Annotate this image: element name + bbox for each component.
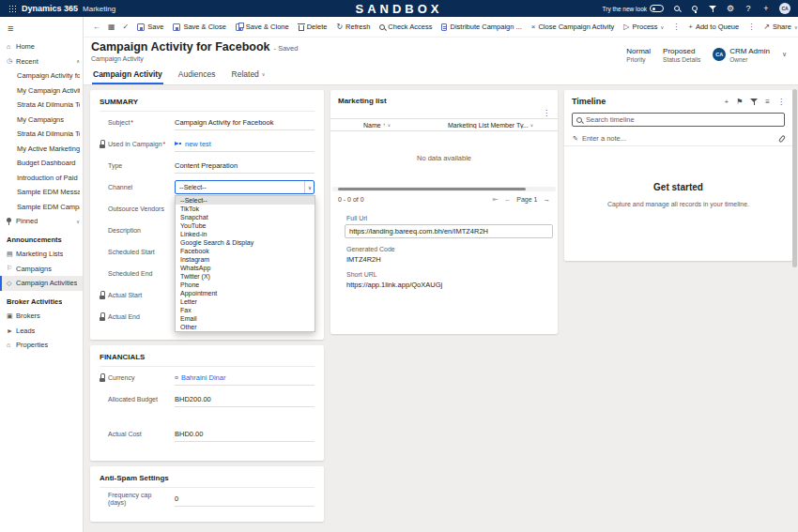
owner-field[interactable]: CA CRM Admin Owner [713, 47, 770, 63]
sidebar-item[interactable]: Introduction of Paid ... [0, 171, 83, 186]
app-title[interactable]: Dynamics 365 [22, 4, 78, 13]
field-value[interactable]: BHD200.00 ∨ [175, 392, 315, 407]
channel-option[interactable]: Google Search & Display [176, 238, 315, 247]
share-button[interactable]: ↗ Share ∨ [759, 17, 798, 38]
page-first-icon[interactable]: ⇤ [493, 195, 499, 204]
help-button[interactable]: ? [744, 4, 753, 13]
field-value[interactable]: new test ∨ [175, 137, 315, 152]
sidebar-item[interactable]: ⌂ Properties [0, 338, 83, 353]
sidebar-item[interactable]: ▤ Marketing Lists [0, 247, 83, 262]
field-value[interactable]: ¤ Bahraini Dinar ∨ [175, 371, 315, 386]
sidebar-item[interactable]: Sample EDM Message [0, 185, 83, 200]
page-scrollbar[interactable] [792, 89, 797, 530]
plus-icon[interactable]: + [724, 98, 729, 106]
sidebar-item[interactable]: ▣ Brokers [0, 309, 83, 324]
page-next-icon[interactable]: → [544, 195, 551, 204]
command-button[interactable]: ▦ [104, 17, 119, 38]
command-button[interactable]: Save & Clone [231, 17, 294, 38]
toggle-switch[interactable] [650, 5, 664, 12]
form-tab[interactable]: Related ∨ [231, 69, 267, 84]
command-button[interactable]: ✓ [119, 17, 133, 38]
overflow-icon[interactable]: ⋮ [777, 98, 785, 106]
sidebar-item[interactable]: ► Leads [0, 324, 83, 339]
bookmark-icon[interactable]: ⚑ [736, 98, 743, 106]
channel-option[interactable]: Snapchat [176, 213, 315, 221]
field-value[interactable]: --Select-- ∨ [175, 180, 315, 194]
sidebar-item[interactable]: ⌂ Home [0, 39, 83, 54]
command-button[interactable]: + Add to Queue [683, 17, 744, 38]
list-icon[interactable]: ≡ [765, 98, 770, 106]
column-header-member-type[interactable]: Marketing List Member Ty... ∨ [448, 122, 558, 129]
channel-option[interactable]: Fax [176, 306, 315, 314]
command-button[interactable]: Save [132, 17, 168, 38]
scrollbar-thumb[interactable] [338, 188, 526, 190]
channel-option[interactable]: Linked-in [176, 230, 315, 238]
sidebar-item[interactable]: My Campaign Activit... [0, 84, 83, 99]
timeline-note-input[interactable]: ✎ Enter a note... [564, 131, 792, 146]
channel-option[interactable]: WhatsApp [176, 264, 315, 272]
sidebar-item[interactable]: Broker Activities [0, 295, 83, 310]
column-header-name[interactable]: Name ↑ ∨ [330, 122, 448, 129]
command-button[interactable]: ← [89, 17, 104, 38]
horizontal-scrollbar[interactable] [332, 187, 556, 191]
user-avatar[interactable]: CA [779, 3, 790, 14]
overflow-icon[interactable]: ⋮ [543, 109, 550, 117]
new-look-toggle[interactable]: Try the new look [603, 5, 664, 12]
field-value[interactable]: Content Preparation ∨ [175, 159, 315, 174]
waffle-menu-button[interactable] [8, 5, 17, 12]
sidebar-item[interactable]: ◇ Campaign Activities [0, 276, 83, 291]
status-field[interactable]: Proposed Status Details [663, 47, 700, 63]
command-button[interactable]: × Close Campaign Activity [527, 17, 620, 38]
command-button[interactable]: ⋮ [668, 17, 683, 38]
field-value[interactable]: Campaign Activity for Facebook ∨ [175, 115, 315, 130]
app-area[interactable]: Marketing [83, 5, 115, 13]
priority-field[interactable]: Normal Priority [626, 47, 651, 63]
field-value[interactable]: BHD0.00 ∨ [175, 427, 315, 442]
channel-option[interactable]: Other [176, 323, 315, 331]
channel-option[interactable]: Email [176, 314, 315, 323]
page-scrollbar-thumb[interactable] [792, 89, 797, 267]
channel-option[interactable]: Twitter (X) [176, 272, 315, 281]
command-button[interactable]: Delete [294, 17, 332, 38]
form-tab[interactable]: Audiences [177, 69, 217, 84]
filter-button[interactable] [708, 5, 717, 12]
page-prev-icon[interactable]: ← [504, 195, 512, 204]
sidebar-item[interactable]: ⚐ Campaigns [0, 262, 83, 277]
field-value[interactable]: 0 ∨ [175, 492, 315, 507]
search-button[interactable] [672, 6, 682, 11]
sidebar-item[interactable]: Announcements [0, 233, 83, 248]
sidebar-item[interactable]: My Campaigns [0, 113, 83, 128]
channel-option[interactable]: Appointment [176, 289, 315, 297]
sidebar-item[interactable]: Budget Dashboard [0, 156, 83, 171]
command-button[interactable]: Check Access [375, 17, 437, 38]
sidebar-item[interactable]: Strata At Dilmunia Te... [0, 98, 83, 113]
sidebar-item[interactable]: Pinned ∨ [0, 214, 83, 229]
channel-option[interactable]: Facebook [176, 247, 315, 255]
channel-option[interactable]: TikTok [176, 205, 315, 213]
settings-button[interactable]: ⚙ [726, 4, 735, 13]
channel-option[interactable]: Letter [176, 297, 315, 306]
command-button[interactable]: Distribute Campaign ... [437, 17, 526, 38]
channel-option[interactable]: YouTube [176, 221, 315, 230]
form-tab[interactable]: Campaign Activity [92, 69, 163, 84]
paperclip-icon[interactable] [778, 134, 786, 143]
channel-option[interactable]: Phone [176, 281, 315, 289]
lightbulb-button[interactable] [690, 6, 699, 11]
quick-create-button[interactable]: + [761, 4, 771, 13]
filter-icon[interactable] [750, 98, 758, 105]
chevron-down-icon[interactable]: ∨ [782, 51, 787, 58]
sidebar-item[interactable]: ◷ Recent ∧ [0, 54, 83, 69]
sidebar-item[interactable]: My Active Marketing... [0, 142, 83, 157]
channel-option[interactable]: Instagram [176, 255, 315, 264]
sidebar-item[interactable]: Campaign Activity for... [0, 68, 83, 84]
command-button[interactable]: ▷ Process ∨ [619, 17, 668, 38]
channel-option[interactable]: --Select-- [176, 196, 315, 205]
command-button[interactable]: Save & Close [168, 17, 230, 38]
command-button[interactable]: ⋮ [744, 17, 759, 38]
sidebar-item[interactable]: Sample EDM Campai... [0, 200, 83, 215]
timeline-search-input[interactable] [586, 115, 780, 124]
sidebar-collapse-button[interactable]: ≡ [0, 17, 83, 39]
full-url-input[interactable]: https://landing.bareeq.com.bh/en/IMTZ4R2… [345, 224, 553, 238]
command-button[interactable]: ↻ Refresh [331, 17, 375, 38]
sidebar-item[interactable]: Strata At Dilmunia Te... [0, 127, 83, 142]
